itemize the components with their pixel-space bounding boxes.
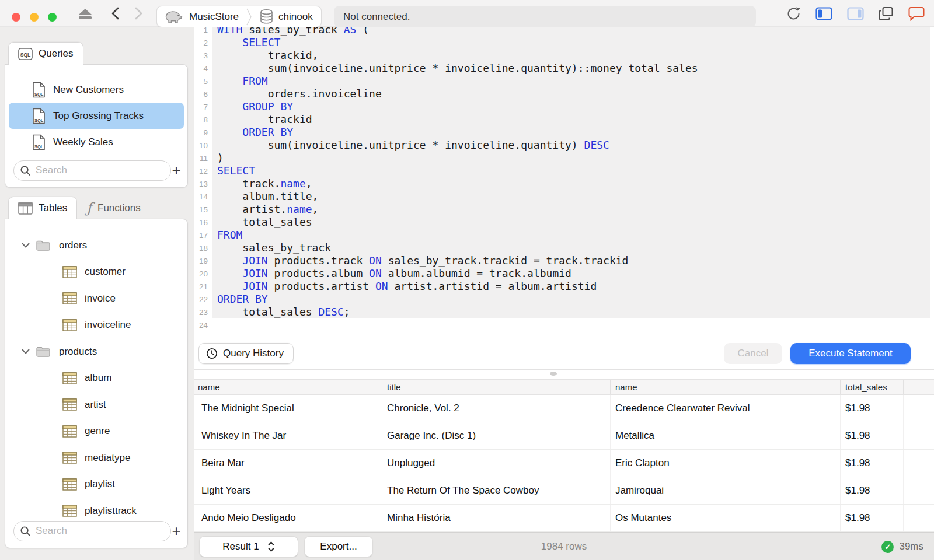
query-list-item[interactable]: SQL New Customers [9, 76, 184, 103]
result-cell[interactable]: Minha História [382, 505, 611, 531]
result-cell[interactable] [904, 477, 934, 504]
result-cell[interactable]: Light Years [194, 477, 382, 504]
query-list-item[interactable]: SQL Weekly Sales [9, 129, 184, 155]
result-cell[interactable]: $1.98 [841, 395, 904, 422]
minimize-window-button[interactable] [30, 13, 39, 22]
query-name: Top Grossing Tracks [53, 110, 144, 122]
table-row-item[interactable]: invoice [5, 285, 187, 312]
tab-queries-label: Queries [39, 48, 74, 60]
result-row[interactable]: Whiskey In The JarGarage Inc. (Disc 1)Me… [194, 422, 934, 450]
toggle-right-sidebar-button[interactable] [847, 7, 864, 20]
result-cell[interactable] [904, 450, 934, 477]
reload-button[interactable] [786, 6, 801, 21]
split-drag-handle[interactable] [550, 372, 557, 376]
result-cell[interactable]: Unplugged [382, 450, 611, 477]
column-header[interactable] [904, 380, 934, 394]
results-table: nametitlenametotal_sales The Midnight Sp… [194, 379, 934, 532]
result-cell[interactable]: Chronicle, Vol. 2 [382, 395, 611, 422]
result-cell[interactable]: Ando Meio Desligado [194, 505, 382, 531]
table-row-item[interactable]: album [5, 365, 187, 392]
chevron-down-icon[interactable] [18, 243, 33, 248]
table-row-item[interactable]: invoiceline [5, 312, 187, 339]
result-cell[interactable]: $1.98 [841, 505, 904, 531]
success-check-icon: ✓ [881, 541, 894, 553]
result-cell[interactable]: Metallica [611, 422, 841, 449]
table-row-item[interactable]: mediatype [5, 444, 187, 471]
forward-button[interactable] [130, 5, 147, 22]
column-header[interactable]: title [382, 380, 611, 394]
server-item[interactable]: MusicStore [165, 9, 239, 24]
queries-search-input[interactable] [36, 164, 165, 176]
code-line: 11) [194, 152, 934, 164]
toggle-left-sidebar-button[interactable] [815, 7, 832, 20]
result-cell[interactable] [904, 505, 934, 531]
windows-button[interactable] [879, 6, 894, 21]
result-cell[interactable]: Beira Mar [194, 450, 382, 477]
result-cell[interactable]: Eric Clapton [611, 450, 841, 477]
result-cell[interactable] [904, 395, 934, 422]
table-row-item[interactable]: playlist [5, 471, 187, 498]
sql-editor[interactable]: 1WITH sales_by_track AS (2 SELECT3 track… [194, 27, 934, 341]
table-icon [62, 425, 77, 438]
result-cell[interactable]: Creedence Clearwater Revival [611, 395, 841, 422]
chevron-down-icon[interactable] [18, 349, 33, 354]
back-button[interactable] [106, 5, 124, 22]
result-row[interactable]: Ando Meio DesligadoMinha HistóriaOs Muta… [194, 505, 934, 532]
result-row[interactable]: Light YearsThe Return Of The Space Cowbo… [194, 477, 934, 505]
main-area: 1WITH sales_by_track AS (2 SELECT3 track… [194, 27, 934, 560]
result-cell[interactable]: Garage Inc. (Disc 1) [382, 422, 611, 449]
result-cell[interactable]: $1.98 [841, 477, 904, 504]
result-cell[interactable]: $1.98 [841, 422, 904, 449]
code-line: 23 total_sales DESC; [194, 306, 934, 318]
code-line: 16 total_sales [194, 216, 934, 229]
table-row-item[interactable]: genre [5, 418, 187, 445]
tab-tables-label: Tables [39, 202, 67, 214]
result-row[interactable]: The Midnight SpecialChronicle, Vol. 2Cre… [194, 395, 934, 422]
tab-queries[interactable]: SQL Queries [8, 42, 83, 65]
sql-file-icon: SQL [32, 108, 46, 124]
cancel-button[interactable]: Cancel [724, 343, 782, 364]
query-history-button[interactable]: Query History [198, 343, 294, 364]
result-row[interactable]: Beira MarUnpluggedEric Clapton$1.98 [194, 450, 934, 477]
split-divider[interactable] [194, 369, 934, 370]
database-item[interactable]: chinook [260, 9, 313, 24]
schema-name: products [59, 346, 97, 358]
result-cell[interactable]: The Return Of The Space Cowboy [382, 477, 611, 504]
result-cell[interactable] [904, 422, 934, 449]
chevron-left-icon [111, 7, 119, 20]
tab-tables[interactable]: Tables [8, 197, 77, 219]
result-cell[interactable]: $1.98 [841, 450, 904, 477]
code-line: 21 JOIN products.artist ON artist.artist… [194, 280, 934, 293]
execute-statement-button[interactable]: Execute Statement [790, 343, 911, 364]
column-header[interactable]: name [194, 380, 382, 394]
result-cell[interactable]: The Midnight Special [194, 395, 382, 422]
query-list-item[interactable]: SQL Top Grossing Tracks [9, 103, 184, 129]
queries-search-row: + [5, 157, 187, 184]
sql-badge-icon: SQL [18, 48, 33, 60]
sql-file-icon: SQL [32, 82, 46, 98]
code-line: 20 JOIN products.album ON album.albumid … [194, 267, 934, 280]
tab-functions[interactable]: ƒ Functions [77, 197, 150, 219]
zoom-window-button[interactable] [48, 13, 57, 22]
line-number: 22 [194, 293, 212, 306]
schema-folder-row[interactable]: orders [5, 232, 187, 259]
line-number: 15 [194, 203, 212, 216]
table-row-item[interactable]: customer [5, 259, 187, 286]
disconnect-button[interactable] [78, 8, 93, 20]
tables-search-input[interactable] [36, 525, 165, 537]
add-table-button[interactable]: + [171, 522, 182, 540]
result-cell[interactable]: Whiskey In The Jar [194, 422, 382, 449]
close-window-button[interactable] [12, 13, 20, 22]
table-row-item[interactable]: artist [5, 391, 187, 418]
result-cell[interactable]: Os Mutantes [611, 505, 841, 531]
table-icon [62, 372, 77, 384]
column-header[interactable]: total_sales [841, 380, 904, 394]
column-header[interactable]: name [611, 380, 841, 394]
cancel-label: Cancel [738, 348, 769, 359]
result-cell[interactable]: Jamiroquai [611, 477, 841, 504]
schema-folder-row[interactable]: products [5, 338, 187, 365]
feedback-button[interactable] [908, 6, 925, 21]
add-query-button[interactable]: + [171, 162, 182, 179]
sidebar: SQL Queries SQL New Customers SQL Top Gr… [0, 27, 194, 560]
overlapping-windows-icon [879, 6, 894, 21]
